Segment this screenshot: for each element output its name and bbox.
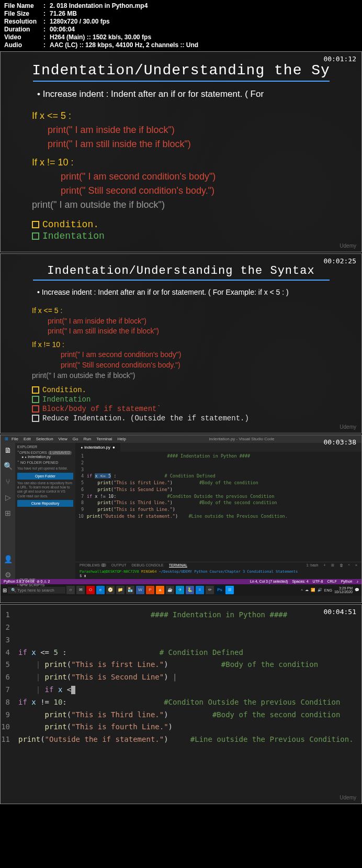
clone-repo-button[interactable]: Clone Repository (17, 500, 73, 507)
code-print-3: print(" I am second condition's body") (61, 350, 182, 359)
udemy-watermark: Udemy (340, 243, 356, 249)
tab-output[interactable]: OUTPUT (111, 563, 127, 567)
terminal-new-icon[interactable]: + (324, 563, 326, 567)
terminal-chevron-icon[interactable]: ^ (348, 563, 350, 567)
menu-file[interactable]: File (12, 437, 18, 441)
terminal-split-icon[interactable]: ⊞ (331, 563, 334, 567)
video-frame-1: 00:01:12 Indentation/Understanding the S… (0, 51, 362, 252)
editor-tab-file[interactable]: ⬧ indentation.py● (75, 443, 120, 452)
code-print-5: print(" I am outside the if block") (32, 198, 346, 212)
code-editor[interactable]: 12345678910 #### Indentation in Python #… (75, 452, 361, 562)
taskbar-app-icon[interactable]: 🐍 (186, 586, 194, 594)
legend-condition: Condition. (42, 386, 86, 394)
tab-debug[interactable]: DEBUG CONSOLE (132, 563, 164, 567)
taskbar-app-icon[interactable]: W (136, 586, 144, 594)
metadata-panel: File Name:2. 018 Indentation in Python.m… (0, 0, 362, 51)
taskbar-app-icon[interactable]: ⊞ (225, 586, 234, 594)
extensions-icon[interactable]: ⊞ (4, 509, 12, 517)
tray-language[interactable]: ENG (324, 588, 332, 592)
taskbar-app-icon[interactable]: ✏ (206, 586, 214, 594)
tray-notifications-icon[interactable]: 💬 (355, 588, 359, 592)
checkbox-icon (32, 232, 39, 240)
slide-title: Indentation/Understanding the Sy (16, 62, 346, 79)
vscode-logo-icon: ⊞ (5, 437, 8, 441)
code-if-1: If x <= 5 : (32, 109, 346, 123)
legend-indentation: Indentation (42, 395, 90, 404)
search-icon[interactable]: 🔍 (4, 462, 12, 470)
menu-run[interactable]: Run (83, 437, 91, 441)
code-if-2: If x != 10 : (32, 155, 346, 170)
sidebar-explorer: EXPLORER ˅ OPEN EDITORS1 UNSAVED ● ⬧ ind… (15, 443, 75, 579)
menu-help[interactable]: Help (117, 437, 126, 441)
video-frame-4: 00:04:51 1 #### Indentation in Python ##… (0, 604, 362, 804)
bullet-text: Increase indent : Indent after an if or … (37, 89, 346, 99)
status-problems[interactable]: ⊘ 0 ⚠ 2 (37, 580, 50, 583)
vscode-titlebar[interactable]: ⊞ File Edit Selection View Go Run Termin… (1, 435, 361, 443)
editor-area: ⬧ indentation.py● 12345678910 #### Inden… (75, 443, 361, 579)
bullet-text: Increase indent : Indent after an if or … (37, 288, 346, 296)
timestamp-2: 00:02:25 (323, 257, 356, 265)
terminal-output[interactable]: Parashwalla@DESKTOP-N0C72V8 MINGW64 ~/De… (75, 569, 361, 579)
menu-selection[interactable]: Selection (36, 437, 53, 441)
taskbar-search-input[interactable]: 🔍 Type here to search (8, 587, 65, 594)
timestamp-3: 00:03:38 (323, 438, 356, 446)
settings-icon[interactable]: ⚙ (4, 571, 12, 579)
explorer-icon[interactable]: 🗎 (4, 446, 12, 454)
text-cursor (71, 686, 75, 694)
legend-block: Block/body of if statement` (42, 405, 161, 413)
code-print-2: print(" I am still inside the if block") (48, 327, 159, 335)
status-bar: Python 3.8.2 64-bit ⊘ 0 ⚠ 2 Ln 4, Col 3 … (1, 579, 361, 584)
tray-volume-icon[interactable]: 🔊 (318, 588, 322, 592)
terminal-close-icon[interactable]: × (355, 563, 357, 567)
slide-title: Indentation/Understanding the Syntax (16, 264, 346, 277)
code-print-1: print(" I am inside the if block") (48, 317, 146, 325)
status-spaces[interactable]: Spaces: 4 (292, 580, 308, 584)
tray-wifi-icon[interactable]: 📶 (311, 588, 315, 592)
status-encoding[interactable]: UTF-8 (313, 580, 323, 584)
taskbar-app-icon[interactable]: Ps (216, 586, 224, 594)
status-cursor[interactable]: Ln 4, Col 3 (7 selected) (250, 580, 288, 584)
taskbar-app-icon[interactable]: 🧭 (106, 586, 115, 594)
taskbar-app-icon[interactable]: 📁 (116, 586, 125, 594)
taskbar-app-icon[interactable]: ✈ (176, 586, 184, 594)
terminal-shell-select[interactable]: 1: bash (307, 563, 319, 567)
start-button[interactable]: ⊞ (3, 587, 7, 593)
taskbar-app-icon[interactable]: P (146, 586, 154, 594)
menu-terminal[interactable]: Terminal (96, 437, 112, 441)
udemy-watermark: Udemy (340, 795, 356, 800)
status-language[interactable]: Python (341, 580, 353, 584)
account-icon[interactable]: 👤 (4, 555, 12, 563)
explorer-title: EXPLORER (17, 445, 73, 449)
code-editor-zoomed[interactable]: 1 #### Indentation in Python #### 2 3 4i… (1, 605, 361, 804)
video-frame-2: 00:02:25 Indentation/Understanding the S… (0, 253, 362, 433)
menu-edit[interactable]: Edit (24, 437, 31, 441)
taskbar-app-icon[interactable]: 🏪 (126, 586, 134, 594)
timestamp-4: 00:04:51 (323, 608, 356, 616)
status-eol[interactable]: CRLF (327, 580, 336, 584)
taskbar-app-icon[interactable]: ≡ (196, 586, 204, 594)
checkbox-icon (32, 405, 39, 413)
tray-onedrive-icon[interactable]: ☁ (305, 588, 309, 592)
source-control-icon[interactable]: ⑂ (4, 477, 12, 486)
windows-taskbar: ⊞ 🔍 Type here to search ○ ✉ O e 🧭 📁 🏪 W … (1, 584, 361, 596)
code-print-2: print(" I am still inside the if block") (48, 139, 191, 149)
taskbar-app-icon[interactable]: ✉ (76, 586, 85, 594)
menu-view[interactable]: View (59, 437, 67, 441)
menu-go[interactable]: Go (73, 437, 78, 441)
timestamp-1: 00:01:12 (323, 55, 356, 63)
open-folder-button[interactable]: Open Folder (17, 473, 73, 480)
tab-problems[interactable]: PROBLEMS 2 (80, 563, 106, 567)
taskbar-app-icon[interactable]: ☕ (166, 586, 174, 594)
debug-icon[interactable]: ▷ (4, 493, 12, 502)
taskbar-app-icon[interactable]: ▲ (156, 586, 164, 594)
taskbar-app-icon[interactable]: ○ (66, 586, 75, 594)
taskbar-app-icon[interactable]: O (86, 586, 95, 594)
tray-chevron-icon[interactable]: ^ (301, 588, 302, 592)
terminal-trash-icon[interactable]: 🗑 (340, 563, 343, 567)
tab-terminal[interactable]: TERMINAL (169, 563, 187, 567)
terminal-panel: PROBLEMS 2 OUTPUT DEBUG CONSOLE TERMINAL… (75, 562, 361, 579)
checkbox-icon (32, 221, 39, 228)
taskbar-app-icon[interactable]: e (96, 586, 105, 594)
status-feedback[interactable]: ♪ (357, 580, 359, 584)
udemy-watermark: Udemy (340, 424, 356, 430)
